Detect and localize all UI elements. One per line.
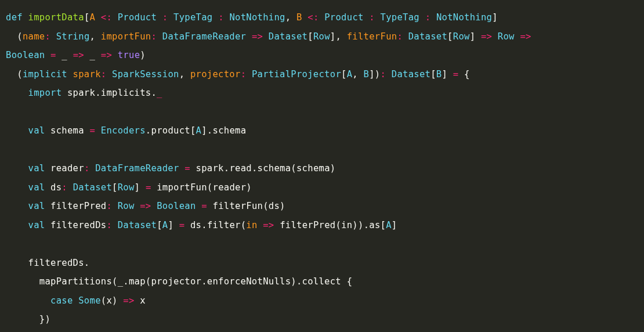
punct: .	[207, 125, 213, 136]
anon: _	[90, 50, 96, 60]
call: collect	[302, 276, 341, 287]
punct: }	[39, 314, 45, 324]
type: Product	[118, 12, 157, 23]
var: ds	[50, 182, 61, 193]
op: =>	[101, 50, 112, 60]
op: :	[381, 69, 386, 80]
type: Dataset	[269, 31, 307, 42]
type: String	[56, 31, 90, 42]
var: schema	[50, 125, 84, 136]
punct: [	[84, 12, 90, 23]
punct: (	[207, 182, 213, 193]
wildcard: _	[157, 88, 162, 98]
punct: ]	[330, 31, 336, 42]
type-A: A	[90, 12, 96, 23]
punct: ]	[168, 220, 173, 230]
op: =>	[73, 50, 84, 60]
type-B: B	[296, 12, 302, 23]
punct: ,	[90, 31, 96, 42]
op: =>	[252, 31, 263, 42]
type: NotNothing	[229, 12, 285, 23]
param: projector	[190, 69, 241, 80]
punct: (	[101, 295, 107, 306]
punct: .	[224, 163, 230, 174]
type: Row	[453, 31, 470, 42]
punct: [	[447, 31, 453, 42]
punct: [	[430, 69, 436, 80]
keyword-import: import	[28, 88, 62, 98]
keyword-val: val	[28, 182, 45, 193]
punct: (	[291, 163, 296, 174]
punct: (	[112, 276, 118, 287]
keyword-val: val	[28, 220, 45, 230]
punct: .	[296, 276, 302, 287]
var: filteredDs	[50, 220, 106, 230]
op: :	[425, 12, 431, 23]
type: Dataset	[408, 31, 447, 42]
op: =>	[263, 220, 274, 230]
var: spark	[196, 163, 224, 174]
op: =	[453, 69, 459, 80]
param: spark	[73, 69, 101, 80]
var: ds	[190, 220, 201, 230]
code-block: def importData[A <: Product : TypeTag : …	[0, 0, 644, 332]
call: schema	[213, 125, 247, 136]
punct: (	[241, 220, 247, 230]
call: mapPartitions	[39, 276, 112, 287]
call: as	[369, 220, 380, 230]
punct: )	[45, 314, 50, 324]
op: :	[106, 220, 112, 230]
keyword-val: val	[28, 201, 45, 211]
punct: ]	[392, 220, 397, 230]
punct: .	[364, 220, 370, 230]
type: Row	[118, 182, 135, 193]
var: x	[106, 295, 112, 306]
type: DataFrameReader	[162, 31, 246, 42]
punct: [	[157, 220, 162, 230]
punct: ,	[285, 12, 291, 23]
type: A	[386, 220, 392, 230]
punct: ]	[492, 12, 498, 23]
type: SparkSession	[112, 69, 179, 80]
keyword-def: def	[6, 12, 23, 23]
op: :	[84, 163, 90, 174]
anon: _	[61, 50, 67, 60]
punct: )	[280, 201, 285, 211]
punct: .	[123, 276, 129, 287]
type: B	[364, 69, 370, 80]
keyword-case: case	[50, 295, 73, 306]
op: <:	[307, 12, 319, 23]
arg: ds	[269, 201, 280, 211]
op: :	[45, 31, 50, 42]
op: =	[201, 201, 207, 211]
punct: [	[190, 125, 196, 136]
type: Row	[118, 201, 135, 211]
var: filterPred	[50, 201, 106, 211]
type: NotNothing	[436, 12, 492, 23]
op: =	[146, 182, 151, 193]
type: A	[162, 220, 168, 230]
var: reader	[50, 163, 84, 174]
punct: )	[375, 69, 381, 80]
param: name	[23, 31, 45, 42]
type: Some	[78, 295, 101, 306]
var: x	[140, 295, 146, 306]
punct: .	[201, 220, 207, 230]
anon: _	[118, 276, 124, 287]
punct: ,	[335, 31, 341, 42]
op: :	[397, 31, 403, 42]
method-name: importData	[28, 12, 84, 23]
type: Encoders	[101, 125, 146, 136]
keyword-val: val	[28, 163, 45, 174]
op: =>	[140, 201, 151, 211]
op: :	[61, 182, 67, 193]
keyword-val: val	[28, 125, 45, 136]
punct: )	[291, 276, 296, 287]
punct: )	[112, 295, 118, 306]
var: projector	[151, 276, 201, 287]
arg: reader	[213, 182, 247, 193]
op: :	[162, 12, 168, 23]
punct: {	[464, 69, 470, 80]
param: in	[246, 220, 257, 230]
call: enforceNotNulls	[207, 276, 291, 287]
